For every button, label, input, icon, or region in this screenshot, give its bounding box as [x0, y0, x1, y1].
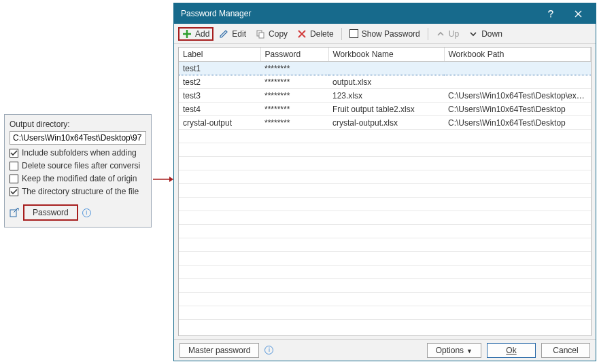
table-row-empty[interactable]: [179, 130, 591, 143]
output-directory-field[interactable]: [10, 131, 146, 145]
master-password-button[interactable]: Master password: [179, 343, 259, 358]
checkbox-icon: [10, 187, 18, 196]
bottombar: Master password i Options▼ Ok Cancel: [174, 339, 596, 361]
password-button[interactable]: Password: [23, 204, 78, 221]
up-label: Up: [449, 29, 459, 39]
table-row-empty[interactable]: [179, 252, 591, 266]
cell-workbook-name: Fruit output table2.xlsx: [328, 103, 444, 116]
toolbar: Add Edit Copy Delete Show Password Up Do…: [174, 24, 596, 44]
cell-password: ********: [260, 116, 328, 130]
add-button[interactable]: Add: [178, 27, 213, 41]
cell-workbook-path: C:\Users\Win10x64Test\Desktop\export...: [444, 89, 591, 103]
table-row-empty[interactable]: [179, 157, 591, 170]
cell-workbook-path: C:\Users\Win10x64Test\Desktop: [444, 103, 591, 116]
col-password[interactable]: Password: [260, 48, 328, 62]
checkbox-icon: [10, 162, 18, 170]
check-label: The directory structure of the file: [22, 187, 139, 196]
table-row-empty[interactable]: [179, 225, 591, 238]
check-label: Keep the modified date of origin: [22, 174, 137, 183]
cell-password: ********: [260, 89, 328, 103]
table-row-empty[interactable]: [179, 266, 591, 279]
close-button[interactable]: [564, 3, 592, 24]
options-label: Options: [436, 346, 464, 355]
ok-button[interactable]: Ok: [487, 343, 536, 358]
check-label: Include subfolders when adding: [22, 148, 137, 158]
add-label: Add: [195, 29, 209, 39]
table-row-empty[interactable]: [179, 293, 591, 306]
col-label[interactable]: Label: [179, 48, 260, 62]
chevron-down-icon: [468, 29, 478, 39]
table-row-empty[interactable]: [179, 198, 591, 211]
check-delete-source[interactable]: Delete source files after conversi: [10, 161, 146, 170]
dialog-title: Password Manager: [181, 9, 537, 18]
col-workbook-name[interactable]: Workbook Name: [328, 48, 444, 62]
table-row-empty[interactable]: [179, 238, 591, 252]
checkbox-icon: [10, 175, 18, 183]
down-button[interactable]: Down: [464, 27, 507, 41]
cell-label: test4: [179, 103, 260, 116]
table-row-empty[interactable]: [179, 143, 591, 157]
cell-label: crystal-output: [179, 116, 260, 130]
output-directory-label: Output directory:: [10, 120, 146, 129]
output-settings-panel: Output directory: Include subfolders whe…: [4, 114, 152, 228]
copy-label: Copy: [269, 29, 288, 39]
info-icon[interactable]: i: [82, 208, 91, 217]
options-button[interactable]: Options▼: [427, 343, 481, 358]
table-row[interactable]: test1********: [179, 62, 591, 75]
cell-label: test2: [179, 75, 260, 89]
check-keep-date[interactable]: Keep the modified date of origin: [10, 174, 146, 183]
separator: [341, 28, 342, 40]
show-password-label: Show Password: [362, 29, 420, 39]
chevron-down-icon: ▼: [466, 348, 473, 354]
titlebar[interactable]: Password Manager: [174, 3, 596, 24]
plus-icon: [182, 29, 192, 39]
check-label: Delete source files after conversi: [22, 161, 140, 170]
table-row[interactable]: test2********output.xlsx: [179, 75, 591, 89]
pencil-icon: [219, 29, 228, 39]
password-grid[interactable]: Label Password Workbook Name Workbook Pa…: [178, 47, 592, 336]
cell-label: test3: [179, 89, 260, 103]
check-directory-structure[interactable]: The directory structure of the file: [10, 187, 146, 196]
cell-workbook-name: [328, 62, 444, 75]
cell-workbook-name: crystal-output.xlsx: [328, 116, 444, 130]
edit-button[interactable]: Edit: [215, 27, 250, 41]
delete-label: Delete: [310, 29, 334, 39]
table-row[interactable]: test3********123.xlsxC:\Users\Win10x64Te…: [179, 89, 591, 103]
info-icon[interactable]: i: [264, 346, 273, 354]
copy-icon: [256, 29, 265, 39]
delete-button[interactable]: Delete: [293, 27, 338, 41]
table-row-empty[interactable]: [179, 279, 591, 293]
delete-icon: [297, 29, 307, 39]
arrow-icon: [153, 175, 173, 183]
cell-password: ********: [260, 62, 328, 75]
cell-workbook-path: [444, 75, 591, 89]
separator: [428, 28, 428, 40]
checkbox-icon: [10, 149, 18, 158]
table-row-empty[interactable]: [179, 211, 591, 225]
table-row[interactable]: crystal-output********crystal-output.xls…: [179, 116, 591, 130]
table-row[interactable]: test4********Fruit output table2.xlsxC:\…: [179, 103, 591, 116]
checkbox-icon: [349, 29, 358, 38]
cancel-button[interactable]: Cancel: [541, 343, 590, 358]
password-manager-dialog: Password Manager Add Edit Copy Delete Sh…: [173, 3, 596, 361]
table-row-empty[interactable]: [179, 306, 591, 320]
external-link-icon: [10, 208, 19, 217]
up-button[interactable]: Up: [432, 27, 463, 41]
help-button[interactable]: [537, 3, 564, 24]
table-header-row: Label Password Workbook Name Workbook Pa…: [179, 48, 591, 62]
table-row-empty[interactable]: [179, 184, 591, 198]
copy-button[interactable]: Copy: [252, 27, 292, 41]
down-label: Down: [481, 29, 502, 39]
table-row-empty[interactable]: [179, 170, 591, 184]
check-include-subfolders[interactable]: Include subfolders when adding: [10, 148, 146, 158]
cell-password: ********: [260, 103, 328, 116]
checkbox-group: Include subfolders when adding Delete so…: [10, 148, 146, 196]
cell-label: test1: [179, 62, 260, 75]
cell-workbook-path: [444, 62, 591, 75]
show-password-toggle[interactable]: Show Password: [345, 27, 424, 41]
cell-workbook-name: output.xlsx: [328, 75, 444, 89]
col-workbook-path[interactable]: Workbook Path: [444, 48, 591, 62]
cell-workbook-path: C:\Users\Win10x64Test\Desktop: [444, 116, 591, 130]
svg-rect-3: [259, 33, 264, 38]
cell-workbook-name: 123.xlsx: [328, 89, 444, 103]
